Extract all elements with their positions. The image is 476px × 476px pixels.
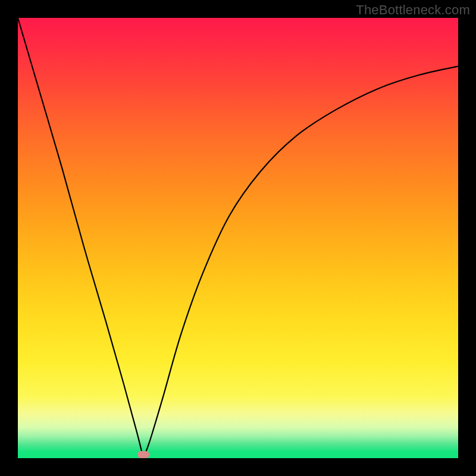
bottleneck-curve (18, 18, 458, 458)
optimum-marker (137, 451, 149, 458)
curve-svg (18, 18, 458, 458)
plot-area (18, 18, 458, 458)
chart-frame: TheBottleneck.com (0, 0, 476, 476)
watermark-text: TheBottleneck.com (356, 2, 470, 18)
